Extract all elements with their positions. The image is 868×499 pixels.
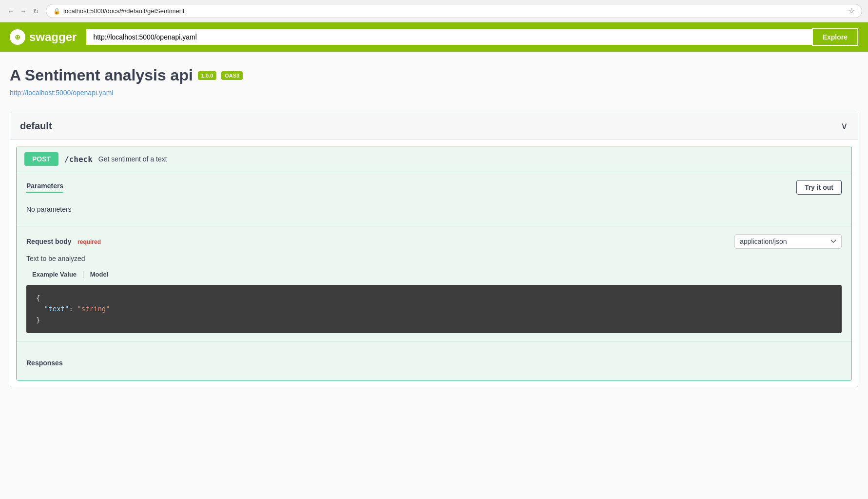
parameters-section: Parameters Try it out No parameters [17,172,851,226]
no-parameters-text: No parameters [26,200,842,218]
lock-icon: 🔒 [53,8,60,15]
request-body-description: Text to be analyzed [26,255,842,262]
example-value-tab[interactable]: Example Value [26,267,82,281]
model-tab[interactable]: Model [84,267,115,281]
endpoint-list: POST /check Get sentiment of a text Para… [10,140,858,387]
main-content: A Sentiment analysis api 1.0.0 OAS3 http… [0,52,868,412]
request-body-section: Request body required application/json T… [17,226,851,341]
version-badge: 1.0.0 [198,71,216,80]
back-button[interactable]: ← [6,6,16,16]
bookmark-icon[interactable]: ☆ [848,6,855,16]
code-value: "string" [77,305,110,313]
explore-button[interactable]: Explore [812,28,858,46]
swagger-url-input[interactable] [86,29,811,45]
browser-nav-icons: ← → ↻ [6,6,41,16]
code-example-block: { "text": "string" } [26,285,842,333]
chevron-icon: ∨ [841,120,848,132]
parameters-tab-row: Parameters Try it out [26,180,842,195]
content-type-select[interactable]: application/json [734,234,842,249]
endpoint-description: Get sentiment of a text [98,155,167,163]
request-body-header: Request body required application/json [26,234,842,249]
request-body-title: Request body [26,238,72,245]
endpoint-header[interactable]: POST /check Get sentiment of a text [17,146,851,172]
swagger-logo-icon: ⊕ [10,29,25,45]
method-badge: POST [24,152,58,166]
api-title-section: A Sentiment analysis api 1.0.0 OAS3 http… [10,66,858,97]
endpoint-path: /check [64,155,93,164]
required-badge: required [77,239,101,245]
forward-button[interactable]: → [19,6,28,16]
endpoint-block: POST /check Get sentiment of a text Para… [16,146,852,381]
try-it-out-button[interactable]: Try it out [796,180,842,195]
api-title-row: A Sentiment analysis api 1.0.0 OAS3 [10,66,858,84]
address-bar[interactable]: 🔒 localhost:5000/docs/#/default/getSenti… [46,4,862,18]
code-key: "text" [44,305,69,313]
code-colon: : [69,305,77,313]
swagger-header: ⊕ swagger Explore [0,22,868,52]
swagger-logo: ⊕ swagger [10,29,77,45]
api-title: A Sentiment analysis api [10,66,193,84]
request-body-title-group: Request body required [26,237,101,246]
responses-section: Responses [17,351,851,380]
parameters-tab-label: Parameters [26,182,63,193]
code-open-brace: { [36,294,40,302]
code-indent [36,305,44,313]
browser-url: localhost:5000/docs/#/default/getSentime… [63,7,185,15]
section-title: default [20,120,52,132]
swagger-brand: swagger [29,30,77,44]
code-close-brace: } [36,316,40,324]
example-tabs: Example Value | Model [26,267,842,281]
refresh-button[interactable]: ↻ [31,6,41,16]
api-spec-link[interactable]: http://localhost:5000/openapi.yaml [10,89,113,97]
oas3-badge: OAS3 [221,71,243,80]
browser-chrome: ← → ↻ 🔒 localhost:5000/docs/#/default/ge… [0,0,868,22]
default-section-container: default ∨ POST /check Get sentiment of a… [10,112,858,387]
spacer [17,341,851,351]
endpoint-body: Parameters Try it out No parameters Requ… [17,172,851,380]
default-section-header[interactable]: default ∨ [10,112,858,140]
responses-title: Responses [26,359,842,367]
